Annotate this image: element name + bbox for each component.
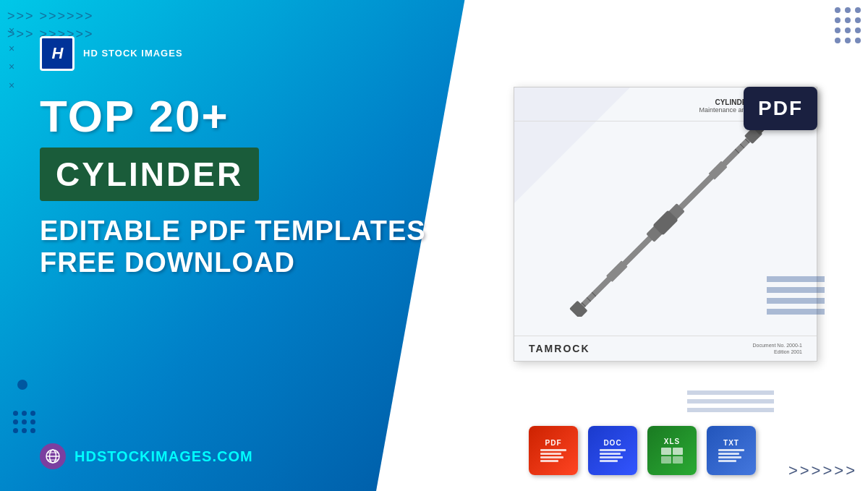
chevrons-bottom-right-icon: >>>>>> xyxy=(788,461,857,480)
logo-icon: H xyxy=(40,36,75,71)
doc-footer-info: Document No. 2000-1 Edition 2001 xyxy=(753,342,802,355)
pdf-badge: PDF xyxy=(744,87,817,130)
document-preview: CYLINDER FEED LF 1514 Maintenance and re… xyxy=(485,58,832,390)
website-url: HDSTOCKIMAGES.COM xyxy=(75,448,253,465)
diagonal-stripes-icon xyxy=(767,265,825,325)
main-content: TOP 20+ CYLINDER EDITABLE PDF TEMPLATES … xyxy=(40,94,426,278)
logo-text: HD STOCK IMAGES xyxy=(83,48,183,59)
logo-area: H HD STOCK IMAGES xyxy=(40,36,183,71)
keyword-badge: CYLINDER xyxy=(40,148,259,201)
large-dot-left-icon xyxy=(17,380,27,390)
x-marks-icon: ×××× xyxy=(9,22,14,95)
format-icons-row: PDF DOC XLS TXT xyxy=(529,426,756,475)
svg-rect-12 xyxy=(606,260,628,282)
doc-format-icon[interactable]: DOC xyxy=(588,426,637,475)
txt-format-icon[interactable]: TXT xyxy=(707,426,756,475)
bottom-url-area[interactable]: HDSTOCKIMAGES.COM xyxy=(40,443,253,469)
xls-format-icon[interactable]: XLS xyxy=(647,426,697,475)
subtitle-text: EDITABLE PDF TEMPLATES FREE DOWNLOAD xyxy=(40,215,426,278)
globe-icon xyxy=(40,443,66,469)
dots-bottom-left-icon xyxy=(13,411,35,433)
top20-heading: TOP 20+ xyxy=(40,94,426,139)
doc-label: DOC xyxy=(603,439,621,447)
xls-label: XLS xyxy=(664,437,680,445)
pdf-format-icon[interactable]: PDF xyxy=(529,426,578,475)
keyword-badge-text: CYLINDER xyxy=(56,155,243,193)
txt-label: TXT xyxy=(723,439,739,447)
stripe-pattern-icon xyxy=(687,387,774,419)
dot-grid-top-right-icon xyxy=(835,7,861,43)
tamrock-brand: TAMROCK xyxy=(529,343,590,354)
pdf-label: PDF xyxy=(545,439,562,447)
